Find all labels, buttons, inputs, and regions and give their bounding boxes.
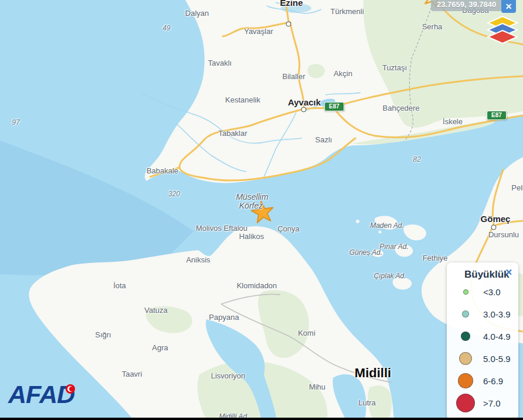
legend-marker-circle — [462, 310, 469, 317]
map-label: 49 — [162, 24, 170, 32]
magnitude-legend-panel: ✕ Büyüklük <3.03.0-3.94.0-4.95.0-5.96-6.… — [447, 262, 518, 420]
legend-item: 5.0-5.9 — [447, 347, 518, 370]
town-label: Midilli — [355, 366, 391, 381]
legend-item-label: 6-6.9 — [483, 376, 503, 386]
map-label: Komi — [298, 329, 315, 337]
map-canvas[interactable]: EzineDalyanTürkmenliDağobaSerha49Yavaşla… — [0, 0, 523, 420]
map-label: Tabaklar — [218, 129, 247, 138]
map-label: Papyana — [209, 313, 239, 322]
map-label: Çıplak Ad. — [374, 272, 406, 280]
map-label: Kestanelik — [225, 95, 260, 104]
legend-item-label: <3.0 — [483, 287, 501, 297]
legend-item-label: 3.0-3.9 — [483, 309, 511, 319]
coordinates-readout: 23.7659, 39.7840 — [431, 0, 502, 11]
map-label: Vatuza — [144, 306, 168, 315]
legend-rows: <3.03.0-3.94.0-4.95.0-5.96-6.9>7.0 — [447, 281, 518, 414]
town-label: Ayvacık — [288, 97, 321, 107]
town-label: Gömeç — [481, 214, 511, 224]
map-label: İskele — [443, 117, 463, 126]
map-label: Molivos Eftalou — [196, 224, 247, 233]
map-label: Pelitköy — [511, 183, 523, 192]
map-label: Serha — [422, 22, 443, 31]
legend-close-icon[interactable]: ✕ — [505, 268, 512, 276]
map-label: Lisvoriyon — [211, 371, 246, 380]
road-badge-e87: E87 — [487, 111, 507, 120]
map-label: Çonya — [277, 224, 300, 233]
map-label: Aniksis — [186, 255, 210, 264]
map-label: Müsellim — [236, 192, 268, 202]
town-marker — [286, 22, 291, 27]
legend-item: 3.0-3.9 — [447, 303, 518, 325]
map-label: Taavri — [122, 370, 142, 378]
afad-logo: AFAD — [8, 381, 74, 408]
map-label: Fethiye — [423, 254, 448, 262]
map-label: Türkmenli — [330, 7, 364, 16]
map-label: Bahçedere — [383, 104, 420, 112]
map-label: Dursunlu — [488, 230, 519, 239]
legend-item: <3.0 — [447, 281, 518, 303]
town-marker — [491, 225, 497, 230]
map-label: Pınar Ad. — [379, 243, 409, 251]
map-label: Lutra — [358, 398, 376, 407]
legend-marker-circle — [458, 373, 473, 388]
legend-item-label: >7.0 — [483, 398, 501, 408]
legend-item-label: 5.0-5.9 — [483, 354, 511, 364]
map-label: Tavaklı — [208, 59, 232, 67]
road-badge-e87: E87 — [324, 102, 344, 111]
legend-item: >7.0 — [447, 392, 518, 414]
town-label: Ezine — [280, 0, 303, 8]
map-label: Halikos — [239, 232, 264, 241]
map-label: 320 — [168, 190, 180, 198]
map-label: Yavaşlar — [244, 27, 273, 36]
legend-marker-circle — [463, 289, 468, 295]
town-marker — [301, 107, 307, 112]
legend-marker-circle — [456, 394, 475, 412]
map-label: Maden Ad. — [370, 221, 404, 230]
map-label: İota — [113, 281, 126, 290]
turkish-flag-icon — [66, 384, 75, 394]
map-label: Körfez — [239, 201, 263, 210]
map-label: Sazlı — [315, 135, 332, 144]
bottom-bar — [0, 418, 523, 420]
map-label: Dalyan — [185, 9, 209, 18]
map-label: 97 — [12, 118, 19, 127]
map-label: Klomidadon — [237, 281, 277, 290]
coordinates-close-button[interactable]: ✕ — [501, 0, 516, 13]
map-label: Agra — [152, 343, 168, 352]
map-label: Akçin — [334, 69, 352, 78]
legend-item-label: 4.0-4.9 — [483, 332, 511, 342]
map-label: Sığrı — [95, 330, 111, 339]
layers-control[interactable] — [484, 14, 521, 47]
legend-marker-circle — [461, 332, 470, 341]
legend-item: 4.0-4.9 — [447, 325, 518, 347]
map-label: Güneş Ad. — [349, 248, 382, 257]
map-label: 82 — [413, 155, 420, 163]
map-label: Tuztaşı — [382, 63, 407, 72]
map-label: Bilaller — [282, 72, 305, 81]
legend-marker-circle — [459, 352, 472, 365]
map-label: Babakale — [147, 166, 178, 175]
map-label: Mihu — [309, 383, 325, 391]
legend-item: 6-6.9 — [447, 370, 518, 392]
